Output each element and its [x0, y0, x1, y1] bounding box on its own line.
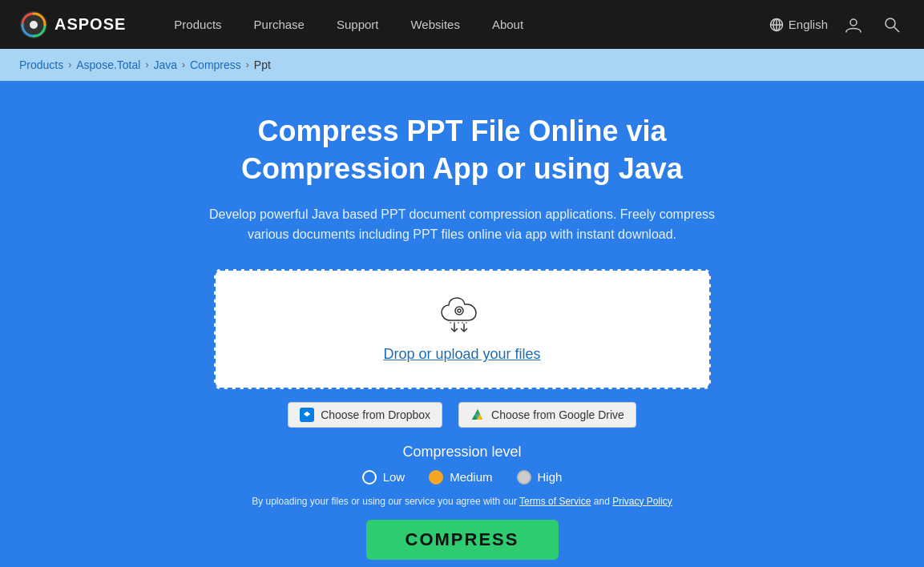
logo-icon	[19, 10, 48, 39]
cloud-buttons: Choose from Dropbox Choose from Google D…	[288, 402, 636, 428]
breadcrumb-compress[interactable]: Compress	[190, 58, 241, 71]
nav-purchase[interactable]: Purchase	[238, 0, 321, 49]
page-subtitle: Develop powerful Java based PPT document…	[190, 204, 735, 245]
breadcrumb-sep-4: ›	[246, 59, 249, 70]
privacy-policy-link[interactable]: Privacy Policy	[612, 496, 672, 507]
radio-low-label: Low	[383, 470, 406, 484]
breadcrumb-sep-2: ›	[145, 59, 148, 70]
compression-level-label: Compression level	[402, 444, 521, 460]
dropbox-icon	[300, 408, 314, 422]
svg-point-1	[30, 21, 38, 29]
radio-medium[interactable]: Medium	[429, 470, 492, 485]
language-label: English	[789, 18, 828, 31]
dropbox-button[interactable]: Choose from Dropbox	[288, 402, 442, 428]
search-icon[interactable]	[879, 12, 905, 38]
radio-group: Low Medium High	[362, 470, 563, 485]
gdrive-button[interactable]: Choose from Google Drive	[458, 402, 636, 428]
nav-right: English	[769, 12, 905, 38]
svg-line-8	[894, 26, 900, 32]
radio-medium-label: Medium	[450, 470, 492, 484]
radio-high[interactable]: High	[517, 470, 563, 485]
radio-circle-medium	[429, 470, 443, 485]
language-selector[interactable]: English	[769, 18, 828, 32]
upload-dropzone[interactable]: Drop or upload your files	[214, 269, 711, 389]
radio-low[interactable]: Low	[362, 470, 406, 485]
nav-products[interactable]: Products	[158, 0, 237, 49]
breadcrumb-total[interactable]: Aspose.Total	[76, 58, 140, 71]
svg-point-7	[886, 18, 895, 28]
radio-high-label: High	[538, 470, 563, 484]
svg-point-6	[850, 19, 857, 26]
radio-circle-high	[517, 470, 531, 485]
terms-text: By uploading your files or using our ser…	[252, 496, 672, 507]
dropbox-label: Choose from Dropbox	[321, 408, 430, 421]
nav-support[interactable]: Support	[321, 0, 395, 49]
user-icon[interactable]	[841, 12, 866, 38]
navbar: ASPOSE Products Purchase Support Website…	[0, 0, 924, 49]
breadcrumb-sep-1: ›	[68, 59, 71, 70]
breadcrumb-sep-3: ›	[182, 59, 185, 70]
breadcrumb-ppt: Ppt	[254, 58, 271, 71]
gdrive-icon	[470, 408, 485, 422]
page-title: Compress PPT File Online via Compression…	[182, 113, 743, 188]
svg-point-9	[455, 307, 463, 315]
nav-websites[interactable]: Websites	[394, 0, 475, 49]
logo-text: ASPOSE	[54, 15, 126, 34]
globe-icon	[769, 18, 784, 32]
nav-about[interactable]: About	[476, 0, 539, 49]
logo[interactable]: ASPOSE	[19, 10, 126, 39]
nav-links: Products Purchase Support Websites About	[158, 0, 769, 49]
gdrive-label: Choose from Google Drive	[491, 408, 624, 421]
terms-of-service-link[interactable]: Terms of Service	[519, 496, 591, 507]
upload-label[interactable]: Drop or upload your files	[383, 346, 540, 363]
breadcrumb-products[interactable]: Products	[19, 58, 63, 71]
breadcrumb: Products › Aspose.Total › Java › Compres…	[0, 49, 924, 81]
radio-circle-low	[362, 470, 377, 485]
compress-button[interactable]: COMPRESS	[366, 520, 559, 560]
breadcrumb-java[interactable]: Java	[153, 58, 177, 71]
upload-icon	[438, 295, 486, 338]
svg-point-10	[458, 309, 461, 312]
main-content: Compress PPT File Online via Compression…	[0, 81, 924, 567]
